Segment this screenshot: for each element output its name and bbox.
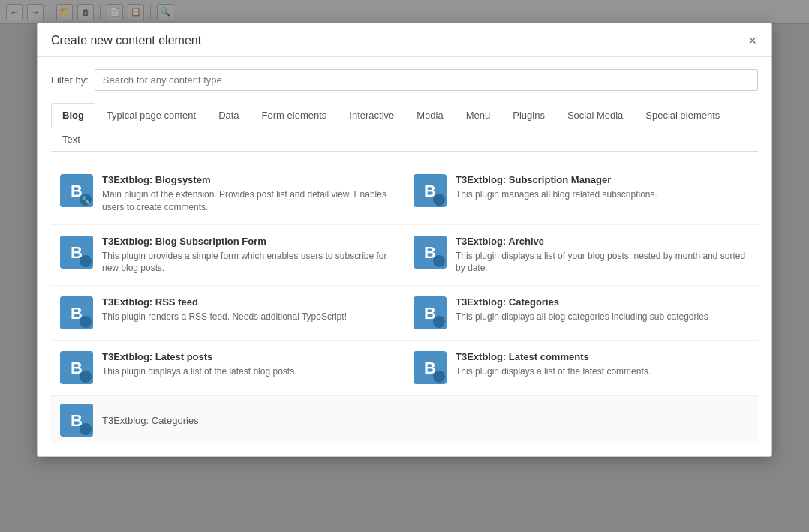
item-icon-5: B (414, 296, 447, 329)
svg-point-21 (80, 371, 92, 383)
modal-overlay: Create new content element × Filter by: … (0, 0, 809, 532)
content-grid: B 🔧 T3Extblog: Blogsystem Main plugin of… (51, 164, 758, 395)
item-icon-0: B 🔧 (60, 174, 93, 207)
svg-point-15 (80, 316, 92, 328)
item-icon-3: B (414, 236, 447, 269)
modal-close-button[interactable]: × (747, 34, 758, 47)
item-icon-7: B (414, 351, 447, 384)
item-title-2: T3Extblog: Blog Subscription Form (102, 236, 395, 247)
tabs-container: Blog Typical page content Data Form elem… (51, 103, 758, 152)
tab-data[interactable]: Data (207, 103, 250, 127)
item-icon-1: B (414, 174, 447, 207)
item-desc-3: This plugin displays a list of your blog… (456, 250, 749, 275)
bottom-partial-item[interactable]: B T3Extblog: Categories (51, 395, 758, 444)
item-text-4: T3Extblog: RSS feed This plugin renders … (102, 296, 395, 323)
item-title-5: T3Extblog: Categories (456, 296, 749, 308)
item-desc-0: Main plugin of the extension. Provides p… (102, 188, 395, 214)
tab-form-elements[interactable]: Form elements (251, 103, 338, 127)
tab-plugins[interactable]: Plugins (501, 103, 556, 127)
tab-text[interactable]: Text (51, 127, 92, 151)
item-title-6: T3Extblog: Latest posts (102, 351, 395, 362)
item-text-6: T3Extblog: Latest posts This plugin disp… (102, 351, 395, 378)
item-title-1: T3Extblog: Subscription Manager (456, 174, 749, 185)
item-text-1: T3Extblog: Subscription Manager This plu… (456, 174, 749, 201)
item-text-0: T3Extblog: Blogsystem Main plugin of the… (102, 174, 395, 214)
item-icon-2: B (60, 236, 93, 269)
item-text-7: T3Extblog: Latest comments This plugin d… (456, 351, 749, 378)
list-item[interactable]: B T3Extblog: Categories This plugin disp… (404, 286, 758, 341)
list-item[interactable]: B T3Extblog: Archive This plugin display… (404, 225, 758, 287)
svg-point-12 (433, 255, 445, 267)
filter-input[interactable] (95, 69, 758, 91)
tab-menu[interactable]: Menu (455, 103, 502, 127)
bottom-partial-title: T3Extblog: Categories (102, 415, 199, 426)
item-desc-4: This plugin renders a RSS feed. Needs ad… (102, 311, 395, 323)
modal-body: Filter by: Blog Typical page content Dat… (38, 57, 771, 456)
list-item[interactable]: B T3Extblog: Latest posts This plugin di… (51, 341, 404, 395)
item-title-7: T3Extblog: Latest comments (456, 351, 749, 362)
svg-point-9 (80, 255, 92, 267)
item-desc-7: This plugin displays a list of the lates… (456, 365, 749, 378)
item-desc-1: This plugin manages all blog related sub… (456, 188, 749, 201)
tab-typical[interactable]: Typical page content (95, 103, 207, 127)
modal-dialog: Create new content element × Filter by: … (37, 23, 772, 457)
tab-interactive[interactable]: Interactive (338, 103, 405, 127)
tab-social-media[interactable]: Social Media (556, 103, 634, 127)
item-title-0: T3Extblog: Blogsystem (102, 174, 395, 185)
svg-point-24 (433, 371, 445, 383)
item-text-2: T3Extblog: Blog Subscription Form This p… (102, 236, 395, 275)
item-icon-6: B (60, 351, 93, 384)
item-text-3: T3Extblog: Archive This plugin displays … (456, 236, 749, 275)
item-desc-6: This plugin displays a list of the lates… (102, 365, 395, 378)
filter-label: Filter by: (51, 74, 89, 86)
item-icon-4: B (60, 296, 93, 329)
svg-point-27 (80, 423, 92, 435)
list-item[interactable]: B T3Extblog: Latest comments This plugin… (404, 341, 758, 395)
tab-special-elements[interactable]: Special elements (634, 103, 731, 127)
filter-row: Filter by: (51, 69, 758, 91)
svg-point-18 (433, 316, 445, 328)
tab-blog[interactable]: Blog (51, 103, 95, 128)
svg-point-6 (433, 194, 445, 206)
tab-media[interactable]: Media (405, 103, 454, 127)
list-item[interactable]: B T3Extblog: RSS feed This plugin render… (51, 286, 404, 341)
item-text-5: T3Extblog: Categories This plugin displa… (456, 296, 749, 323)
svg-text:🔧: 🔧 (81, 195, 91, 205)
list-item[interactable]: B 🔧 T3Extblog: Blogsystem Main plugin of… (51, 164, 404, 225)
modal-header: Create new content element × (38, 23, 771, 57)
bottom-item-icon: B (60, 404, 93, 437)
modal-title: Create new content element (51, 34, 201, 47)
list-item[interactable]: B T3Extblog: Subscription Manager This p… (404, 164, 758, 225)
item-title-3: T3Extblog: Archive (456, 236, 749, 247)
list-item[interactable]: B T3Extblog: Blog Subscription Form This… (51, 225, 404, 287)
item-desc-2: This plugin provides a simple form which… (102, 250, 395, 275)
item-title-4: T3Extblog: RSS feed (102, 296, 395, 308)
item-desc-5: This plugin displays all blog categories… (456, 311, 749, 323)
